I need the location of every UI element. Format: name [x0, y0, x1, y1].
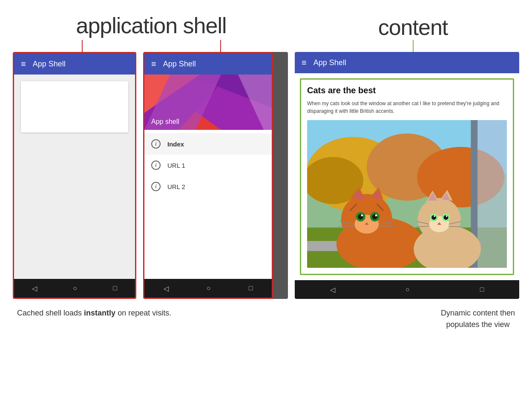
drawer-panel: App shell i Index i URL 1	[144, 75, 272, 279]
index-label: Index	[167, 141, 184, 148]
home-icon-1: ○	[73, 284, 77, 292]
phone-2-toolbar: ≡ App Shell	[144, 53, 272, 75]
drawer-header: App shell	[144, 75, 272, 130]
toolbar-title-1: App Shell	[33, 60, 66, 69]
recent-icon-3: □	[480, 286, 484, 293]
app-shell-heading: application shell	[76, 13, 226, 38]
svg-point-28	[361, 215, 363, 217]
hamburger-icon-2: ≡	[151, 59, 156, 69]
caption-right-line2: populates the view	[446, 320, 509, 329]
recent-icon-2: □	[249, 284, 253, 292]
connector-line-left	[82, 40, 83, 52]
caption-right: Dynamic content then populates the view	[441, 307, 515, 330]
back-icon-1: ◁	[32, 284, 37, 293]
svg-point-48	[434, 215, 435, 217]
cat-image	[307, 120, 507, 268]
content-description: When my cats look out the window at anot…	[307, 100, 507, 115]
drawer-list: i Index i URL 1 i URL 2	[144, 130, 272, 201]
info-icon-url1: i	[151, 161, 161, 170]
phone-2-wrapper: ≡ App Shell	[143, 52, 288, 299]
cat-scene	[307, 120, 507, 268]
caption-left: Cached shell loads instantly on repeat v…	[17, 307, 171, 319]
info-icon-url2: i	[151, 182, 161, 191]
recent-icon-1: □	[113, 284, 117, 292]
drawer-item-url1[interactable]: i URL 1	[144, 155, 272, 176]
hamburger-icon-1: ≡	[21, 59, 26, 69]
svg-point-29	[375, 215, 377, 217]
bottom-captions: Cached shell loads instantly on repeat v…	[13, 307, 519, 330]
phone-1: ≡ App Shell ◁ ○ □	[13, 52, 136, 299]
phone-3-content: Cats are the best When my cats look out …	[295, 73, 519, 280]
caption-bold: instantly	[84, 309, 115, 317]
drawer-item-url2[interactable]: i URL 2	[144, 176, 272, 197]
phone-1-toolbar: ≡ App Shell	[14, 53, 135, 75]
phone-1-navbar: ◁ ○ □	[14, 279, 135, 298]
white-card	[21, 81, 128, 132]
connector-line-middle	[220, 40, 221, 52]
connector-line-right	[413, 40, 414, 52]
url2-label: URL 2	[167, 183, 185, 190]
back-icon-2: ◁	[164, 284, 169, 293]
url1-label: URL 1	[167, 162, 185, 169]
home-icon-3: ○	[405, 286, 410, 293]
phone-3-navbar: ◁ ○ □	[295, 280, 519, 299]
toolbar-title-3: App Shell	[313, 58, 346, 67]
home-icon-2: ○	[207, 284, 211, 292]
svg-point-49	[446, 215, 448, 217]
phone-3: ≡ App Shell Cats are the best When my ca…	[295, 52, 519, 299]
phone-3-toolbar: ≡ App Shell	[295, 52, 519, 73]
phone-2-navbar: ◁ ○ □	[144, 279, 272, 298]
drawer-header-title: App shell	[151, 118, 179, 126]
toolbar-title-2: App Shell	[163, 60, 196, 69]
phones-row: ≡ App Shell ◁ ○ □ ≡ App Shell	[13, 52, 519, 299]
phone-2-frame: ≡ App Shell	[143, 52, 273, 299]
phone-1-content	[14, 75, 135, 279]
content-green-box: Cats are the best When my cats look out …	[300, 78, 514, 275]
caption-right-line1: Dynamic content then	[441, 309, 515, 317]
content-title: Cats are the best	[307, 86, 507, 95]
info-icon-index: i	[151, 139, 161, 149]
content-heading: content	[378, 14, 448, 40]
hamburger-icon-3: ≡	[302, 58, 307, 68]
drawer-item-index[interactable]: i Index	[144, 133, 272, 155]
back-icon-3: ◁	[330, 286, 335, 294]
